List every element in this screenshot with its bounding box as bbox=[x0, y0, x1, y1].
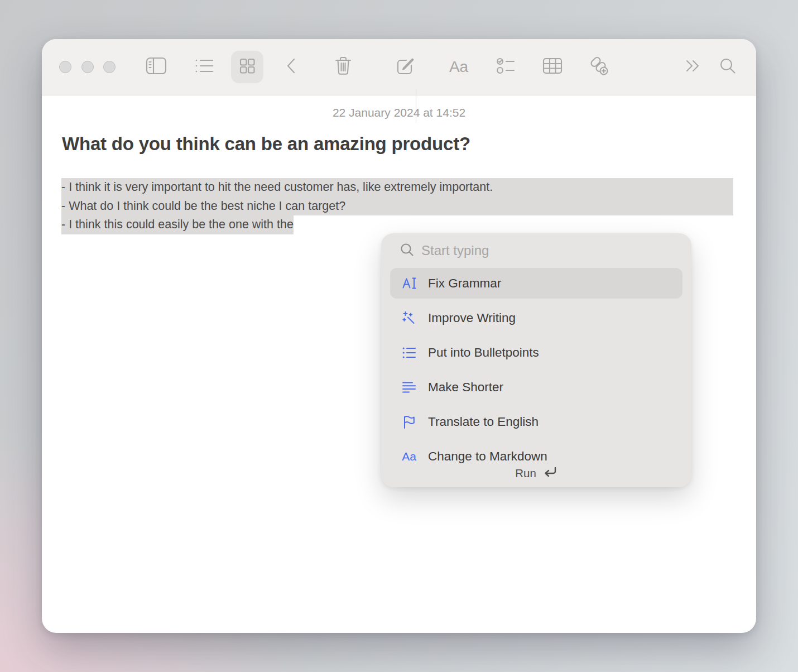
command-item-make-shorter[interactable]: Make Shorter bbox=[390, 372, 682, 402]
compose-icon bbox=[396, 56, 416, 78]
list-view-button[interactable] bbox=[192, 55, 217, 79]
compose-button[interactable] bbox=[393, 55, 418, 79]
trash-button[interactable] bbox=[331, 55, 355, 79]
short-lines-icon bbox=[401, 380, 417, 395]
table-icon bbox=[542, 57, 563, 77]
search-icon bbox=[719, 57, 737, 77]
run-action[interactable]: Run bbox=[381, 463, 691, 483]
add-link-button[interactable] bbox=[587, 55, 611, 79]
chevron-left-icon bbox=[285, 57, 297, 76]
toolbar: Aa bbox=[42, 39, 756, 95]
command-item-put-into-bulletpoints[interactable]: Put into Bulletpoints bbox=[390, 337, 682, 368]
ai-command-popup: Fix Grammar Improve Writing bbox=[381, 233, 691, 487]
more-tools-button[interactable] bbox=[681, 55, 706, 79]
command-item-improve-writing[interactable]: Improve Writing bbox=[390, 303, 682, 333]
return-key-icon bbox=[542, 466, 557, 481]
back-button[interactable] bbox=[279, 55, 304, 79]
note-body[interactable]: - I think it is very important to hit th… bbox=[61, 178, 733, 234]
text-cursor-icon bbox=[401, 276, 417, 291]
command-item-change-to-markdown[interactable]: Aa Change to Markdown bbox=[390, 441, 682, 464]
run-label: Run bbox=[515, 467, 536, 480]
minimize-button[interactable] bbox=[81, 61, 94, 73]
command-item-fix-grammar[interactable]: Fix Grammar bbox=[390, 268, 682, 299]
trash-icon bbox=[334, 55, 353, 79]
search-button[interactable] bbox=[715, 55, 740, 79]
magic-wand-icon bbox=[401, 311, 417, 325]
note-line-selected[interactable]: - I think this could easily be the one w… bbox=[61, 215, 294, 234]
zoom-button[interactable] bbox=[103, 61, 116, 73]
grid-view-button[interactable] bbox=[231, 51, 263, 83]
checklist-icon bbox=[496, 57, 516, 77]
command-list: Fix Grammar Improve Writing bbox=[381, 268, 691, 464]
letter-case-icon: Aa bbox=[401, 449, 417, 464]
double-chevron-icon bbox=[685, 59, 703, 75]
command-item-label: Fix Grammar bbox=[428, 276, 501, 291]
search-icon bbox=[400, 243, 414, 259]
sidebar-icon bbox=[146, 56, 167, 78]
table-button[interactable] bbox=[540, 55, 565, 79]
command-item-label: Put into Bulletpoints bbox=[428, 345, 539, 360]
command-item-label: Improve Writing bbox=[428, 311, 516, 325]
flag-icon bbox=[401, 415, 417, 429]
command-item-label: Make Shorter bbox=[428, 380, 503, 395]
note-title[interactable]: What do you think can be an amazing prod… bbox=[62, 132, 732, 156]
command-search[interactable] bbox=[381, 233, 691, 268]
close-button[interactable] bbox=[59, 61, 71, 73]
bullet-list-icon bbox=[401, 345, 417, 360]
command-item-label: Translate to English bbox=[428, 415, 539, 429]
window-controls bbox=[59, 61, 116, 73]
desktop-background: Aa bbox=[0, 0, 798, 672]
command-item-label: Change to Markdown bbox=[428, 449, 547, 464]
link-add-icon bbox=[588, 55, 609, 79]
list-icon bbox=[194, 57, 214, 76]
note-line-selected[interactable]: - What do I think could be the best nich… bbox=[61, 197, 733, 216]
command-item-translate-to-english[interactable]: Translate to English bbox=[390, 406, 682, 437]
note-line-selected[interactable]: - I think it is very important to hit th… bbox=[61, 178, 733, 197]
grid-icon bbox=[238, 56, 257, 78]
text-format-button[interactable]: Aa bbox=[446, 55, 471, 79]
toggle-sidebar-button[interactable] bbox=[144, 55, 169, 79]
text-format-icon: Aa bbox=[449, 58, 468, 76]
checklist-button[interactable] bbox=[494, 55, 518, 79]
command-search-input[interactable] bbox=[421, 243, 691, 258]
note-date: 22 January 2024 at 14:52 bbox=[42, 106, 756, 119]
